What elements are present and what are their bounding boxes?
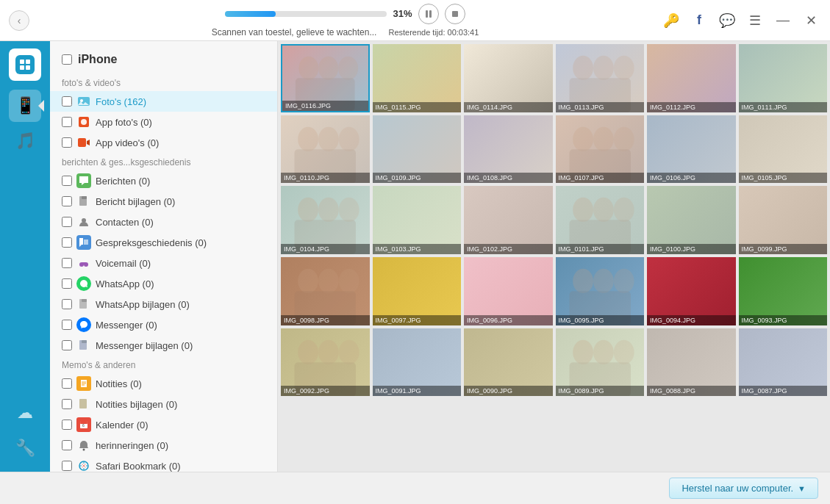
menu-icon[interactable]: ☰	[745, 10, 765, 31]
device-checkbox[interactable]	[62, 54, 72, 65]
bottom-bar: Herstel naar uw computer. ▼	[0, 472, 830, 504]
photo-cell[interactable]: IMG_0095.JPG	[556, 257, 645, 325]
key-icon[interactable]: 🔑	[661, 10, 681, 31]
sidebar-item-whatsapp-bijlagen[interactable]: WhatsApp bijlagen (0)	[50, 294, 277, 314]
app-videos-checkbox[interactable]	[62, 137, 72, 148]
photo-cell[interactable]: IMG_0092.JPG	[281, 328, 370, 397]
photo-cell[interactable]: IMG_0091.JPG	[373, 328, 462, 397]
photo-label: IMG_0114.JPG	[464, 102, 553, 112]
photo-cell[interactable]: IMG_0113.JPG	[556, 44, 645, 112]
photo-label: IMG_0090.JPG	[464, 386, 553, 396]
nav-item-phone[interactable]: 📱	[9, 90, 41, 122]
sidebar-item-notities[interactable]: Notities (0)	[50, 373, 277, 394]
photo-cell[interactable]: IMG_0116.JPG	[281, 44, 370, 112]
sidebar-item-fotos[interactable]: Foto's (162)	[50, 91, 277, 112]
svg-point-74	[613, 340, 634, 364]
svg-point-70	[339, 340, 359, 364]
fotos-label: Foto's (162)	[96, 96, 146, 107]
device-name: iPhone	[78, 53, 117, 66]
app-videos-label: App video's (0)	[96, 137, 159, 148]
photo-cell[interactable]: IMG_0108.JPG	[464, 115, 553, 184]
photo-cell[interactable]: IMG_0115.JPG	[373, 44, 462, 112]
sidebar-item-berichten[interactable]: Berichten (0)	[50, 170, 277, 191]
photo-cell[interactable]: IMG_0101.JPG	[556, 186, 645, 254]
sidebar-item-contacten[interactable]: Contacten (0)	[50, 212, 277, 232]
photo-cell[interactable]: IMG_0109.JPG	[373, 115, 462, 184]
photo-label: IMG_0115.JPG	[373, 102, 462, 112]
photo-cell[interactable]: IMG_0094.JPG	[647, 257, 736, 325]
photo-cell[interactable]: IMG_0097.JPG	[373, 257, 462, 325]
nav-item-tools[interactable]: 🔧	[9, 432, 41, 464]
photo-cell[interactable]: IMG_0111.JPG	[739, 44, 828, 112]
facebook-icon[interactable]: f	[689, 10, 709, 31]
pause-button[interactable]	[418, 4, 439, 24]
photo-cell[interactable]: IMG_0093.JPG	[739, 257, 828, 325]
stop-button[interactable]	[445, 4, 465, 24]
photo-cell[interactable]: IMG_0112.JPG	[647, 44, 736, 112]
sidebar-item-safari[interactable]: Safari Bookmark (0)	[50, 456, 277, 472]
sidebar-item-whatsapp[interactable]: WhatsApp (0)	[50, 273, 277, 294]
restore-button[interactable]: Herstel naar uw computer. ▼	[669, 478, 818, 499]
sidebar-item-herinneringen[interactable]: herinneringen (0)	[50, 435, 277, 456]
title-bar-center: 31% Scannen van toestel, gelieve te wach…	[35, 4, 655, 37]
back-button[interactable]: ‹	[9, 10, 29, 31]
sidebar-item-voicemail[interactable]: Voicemail (0)	[50, 253, 277, 273]
sidebar-item-app-videos[interactable]: App video's (0)	[50, 132, 277, 153]
photo-label: IMG_0098.JPG	[281, 315, 370, 325]
svg-rect-6	[20, 65, 24, 70]
percent-label: 31%	[393, 8, 412, 19]
photo-cell[interactable]: IMG_0087.JPG	[739, 328, 828, 397]
svg-point-48	[573, 126, 593, 151]
photo-cell[interactable]: IMG_0105.JPG	[739, 115, 828, 184]
app-fotos-checkbox[interactable]	[62, 117, 72, 127]
photo-cell[interactable]: IMG_0098.JPG	[281, 257, 370, 325]
photo-cell[interactable]: IMG_0100.JPG	[647, 186, 736, 254]
close-button[interactable]: ✕	[801, 10, 821, 31]
chat-icon[interactable]: 💬	[717, 10, 737, 31]
svg-point-57	[593, 198, 613, 222]
device-header: iPhone	[50, 50, 277, 73]
photo-cell[interactable]: IMG_0107.JPG	[556, 115, 645, 184]
svg-point-65	[593, 269, 613, 293]
photo-label: IMG_0106.JPG	[647, 173, 736, 183]
photo-cell[interactable]: IMG_0103.JPG	[373, 186, 462, 254]
nav-item-cloud[interactable]: ☁	[9, 397, 41, 429]
photo-cell[interactable]: IMG_0102.JPG	[464, 186, 553, 254]
photo-cell[interactable]: IMG_0088.JPG	[647, 328, 736, 397]
photo-cell[interactable]: IMG_0106.JPG	[647, 115, 736, 184]
photo-label: IMG_0089.JPG	[556, 386, 645, 396]
scan-label: Scannen van toestel, gelieve te wachten.…	[212, 27, 377, 37]
berichten-label: Berichten (0)	[96, 176, 150, 187]
time-label: Resterende tijd: 00:03:41	[388, 28, 479, 37]
sidebar-item-messenger-bijlagen[interactable]: Messenger bijlagen (0)	[50, 335, 277, 356]
contacten-label: Contacten (0)	[96, 217, 154, 228]
fotos-checkbox[interactable]	[62, 96, 72, 107]
svg-point-50	[613, 126, 634, 151]
minimize-button[interactable]: —	[773, 10, 793, 31]
photo-label: IMG_0087.JPG	[739, 386, 828, 396]
nav-item-music[interactable]: 🎵	[9, 125, 41, 157]
sidebar-item-notities-bijlagen[interactable]: Notities bijlagen (0)	[50, 394, 277, 414]
sidebar-item-bericht-bijlagen[interactable]: Bericht bijlagen (0)	[50, 191, 277, 212]
photo-label: IMG_0088.JPG	[647, 386, 736, 396]
app-logo	[9, 48, 41, 81]
svg-point-62	[339, 269, 359, 293]
photo-label: IMG_0093.JPG	[739, 315, 828, 325]
photo-cell[interactable]: IMG_0096.JPG	[464, 257, 553, 325]
svg-rect-0	[426, 10, 428, 18]
photo-cell[interactable]: IMG_0099.JPG	[739, 186, 828, 254]
sidebar-item-messenger[interactable]: Messenger (0)	[50, 314, 277, 335]
svg-point-56	[573, 198, 593, 222]
photo-label: IMG_0113.JPG	[556, 102, 645, 112]
photo-label: IMG_0096.JPG	[464, 315, 553, 325]
sidebar-item-gespreks[interactable]: Gespreksgeschiedenis (0)	[50, 232, 277, 253]
messenger-bijlagen-label: Messenger bijlagen (0)	[96, 340, 193, 351]
photo-cell[interactable]: IMG_0114.JPG	[464, 44, 553, 112]
photo-cell[interactable]: IMG_0089.JPG	[556, 328, 645, 397]
sidebar-item-app-fotos[interactable]: App foto's (0)	[50, 112, 277, 132]
photo-cell[interactable]: IMG_0110.JPG	[281, 115, 370, 184]
photo-area[interactable]: IMG_0116.JPGIMG_0115.JPGIMG_0114.JPG IMG…	[278, 41, 830, 472]
photo-cell[interactable]: IMG_0104.JPG	[281, 186, 370, 254]
photo-cell[interactable]: IMG_0090.JPG	[464, 328, 553, 397]
sidebar-item-kalender[interactable]: 6 Kalender (0)	[50, 414, 277, 435]
